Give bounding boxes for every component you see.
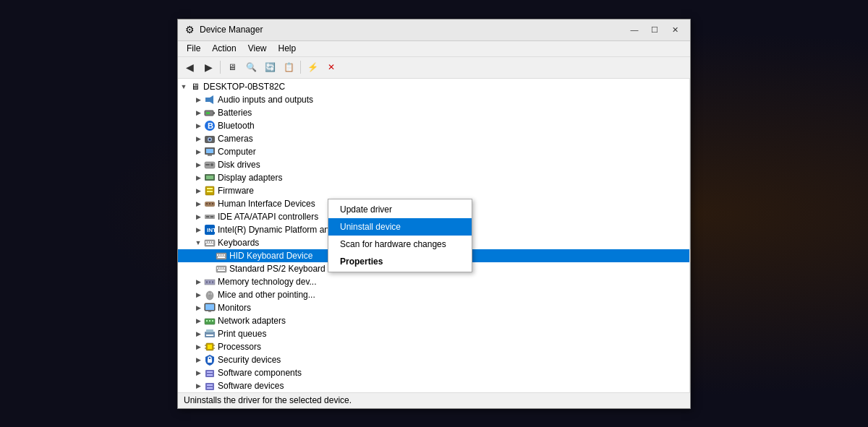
menu-action[interactable]: Action xyxy=(206,42,242,55)
icon-computer xyxy=(204,146,216,158)
toolbar-remove[interactable]: ✕ xyxy=(323,59,340,75)
svg-rect-0 xyxy=(205,98,210,102)
icon-firmware xyxy=(204,185,216,197)
expander-hid: ▶ xyxy=(192,198,204,210)
menu-file[interactable]: File xyxy=(181,42,206,55)
root-expander: ▼ xyxy=(178,81,190,92)
svg-rect-23 xyxy=(209,203,210,204)
toolbar: ◀ ▶ 🖥 🔍 🔄 📋 ⚡ ✕ xyxy=(178,57,690,79)
tree-item-network[interactable]: ▶Network adapters xyxy=(178,314,689,327)
label-softcomp: Software components xyxy=(218,368,302,378)
tree-item-printq[interactable]: ▶Print queues xyxy=(178,327,689,340)
icon-audio xyxy=(204,94,216,105)
svg-rect-31 xyxy=(205,241,207,243)
expander-intel: ▶ xyxy=(192,224,204,236)
expander-hid_keyboard xyxy=(204,250,216,262)
svg-rect-47 xyxy=(218,269,225,271)
icon-std_keyboard xyxy=(216,263,227,275)
expander-softdev: ▶ xyxy=(192,380,204,392)
svg-rect-12 xyxy=(208,155,212,156)
icon-network xyxy=(204,315,216,327)
icon-processors xyxy=(204,341,216,353)
tree-item-cameras[interactable]: ▶Cameras xyxy=(178,132,689,145)
context-menu-item-update[interactable]: Update driver xyxy=(328,201,472,218)
maximize-button[interactable]: ☐ xyxy=(645,22,664,38)
expander-bluetooth: ▶ xyxy=(192,120,204,131)
svg-rect-60 xyxy=(206,320,208,322)
tree-item-mice[interactable]: ▶Mice and other pointing... xyxy=(178,288,689,301)
label-hid_keyboard: HID Keyboard Device xyxy=(229,251,312,261)
svg-rect-27 xyxy=(210,216,213,217)
tree-item-processors[interactable]: ▶Processors xyxy=(178,340,689,353)
root-label: DESKTOP-0BST82C xyxy=(203,82,285,92)
tree-item-softdev[interactable]: ▶Software devices xyxy=(178,379,689,392)
toolbar-sep2 xyxy=(300,61,301,74)
label-hid: Human Interface Devices xyxy=(218,199,315,209)
tree-item-softcomp[interactable]: ▶Software components xyxy=(178,366,689,379)
svg-rect-32 xyxy=(208,241,209,243)
menu-bar: File Action View Help xyxy=(178,41,690,57)
svg-rect-30 xyxy=(205,240,215,246)
svg-rect-51 xyxy=(212,281,213,283)
tree-item-computer[interactable]: ▶Computer xyxy=(178,145,689,158)
label-softdev: Software devices xyxy=(218,381,284,391)
svg-rect-38 xyxy=(219,254,221,256)
svg-rect-78 xyxy=(207,384,213,386)
svg-rect-75 xyxy=(207,371,213,373)
main-content: ▼ 🖥 DESKTOP-0BST82C ▶Audio inputs and ou… xyxy=(178,79,690,392)
icon-mice xyxy=(204,289,216,301)
toolbar-properties[interactable]: 🖥 xyxy=(224,59,241,75)
svg-rect-74 xyxy=(205,370,214,377)
expander-network: ▶ xyxy=(192,315,204,327)
tree-item-bluetooth[interactable]: ▶BBluetooth xyxy=(178,119,689,132)
svg-text:B: B xyxy=(208,121,213,130)
context-menu-item-scan[interactable]: Scan for hardware changes xyxy=(328,236,472,253)
context-menu-item-properties[interactable]: Properties xyxy=(328,253,472,270)
svg-rect-33 xyxy=(210,241,211,243)
tree-item-audio[interactable]: ▶Audio inputs and outputs xyxy=(178,93,689,106)
svg-rect-11 xyxy=(206,149,213,153)
tree-item-memtech[interactable]: ▶Memory technology dev... xyxy=(178,275,689,288)
toolbar-uninstall[interactable]: ⚡ xyxy=(304,59,321,75)
tree-item-batteries[interactable]: ▶Batteries xyxy=(178,106,689,119)
minimize-button[interactable]: — xyxy=(625,22,644,38)
svg-rect-65 xyxy=(206,335,213,336)
svg-rect-61 xyxy=(209,320,210,322)
label-mice: Mice and other pointing... xyxy=(218,290,315,300)
toolbar-resources[interactable]: 📋 xyxy=(280,59,297,75)
expander-security: ▶ xyxy=(192,354,204,366)
context-menu-item-uninstall[interactable]: Uninstall device xyxy=(328,218,472,236)
svg-rect-46 xyxy=(224,267,225,269)
tree-item-security[interactable]: ▶Security devices xyxy=(178,353,689,366)
menu-help[interactable]: Help xyxy=(273,42,302,55)
tree-root[interactable]: ▼ 🖥 DESKTOP-0BST82C xyxy=(178,80,689,93)
expander-mice: ▶ xyxy=(192,289,204,301)
toolbar-scan[interactable]: 🔄 xyxy=(261,59,278,75)
expander-batteries: ▶ xyxy=(192,107,204,118)
svg-rect-40 xyxy=(224,254,225,256)
icon-keyboards xyxy=(204,237,216,249)
tree-item-diskdrives[interactable]: ▶Disk drives xyxy=(178,158,689,171)
context-menu: Update driverUninstall deviceScan for ha… xyxy=(328,199,472,272)
label-ide: IDE ATA/ATAPI controllers xyxy=(218,212,318,222)
close-button[interactable]: ✕ xyxy=(665,22,684,38)
toolbar-back[interactable]: ◀ xyxy=(181,59,198,75)
label-printq: Print queues xyxy=(218,329,266,339)
tree-item-displayadapters[interactable]: ▶Display adapters xyxy=(178,171,689,184)
svg-rect-50 xyxy=(209,281,210,283)
toolbar-update[interactable]: 🔍 xyxy=(242,59,260,75)
tree-item-monitors[interactable]: ▶Monitors xyxy=(178,301,689,314)
svg-point-14 xyxy=(210,163,213,166)
icon-softdev xyxy=(204,380,216,392)
menu-view[interactable]: View xyxy=(242,42,273,55)
svg-rect-19 xyxy=(207,188,213,189)
device-manager-window: ⚙ Device Manager — ☐ ✕ File Action View … xyxy=(177,19,691,409)
toolbar-sep1 xyxy=(220,61,221,74)
tree-item-firmware[interactable]: ▶Firmware xyxy=(178,184,689,197)
svg-rect-17 xyxy=(206,176,213,179)
svg-marker-1 xyxy=(210,95,213,104)
label-cameras: Cameras xyxy=(218,134,253,144)
toolbar-forward[interactable]: ▶ xyxy=(200,59,217,75)
svg-rect-26 xyxy=(206,216,209,217)
status-text: Uninstalls the driver for the selected d… xyxy=(184,395,352,405)
